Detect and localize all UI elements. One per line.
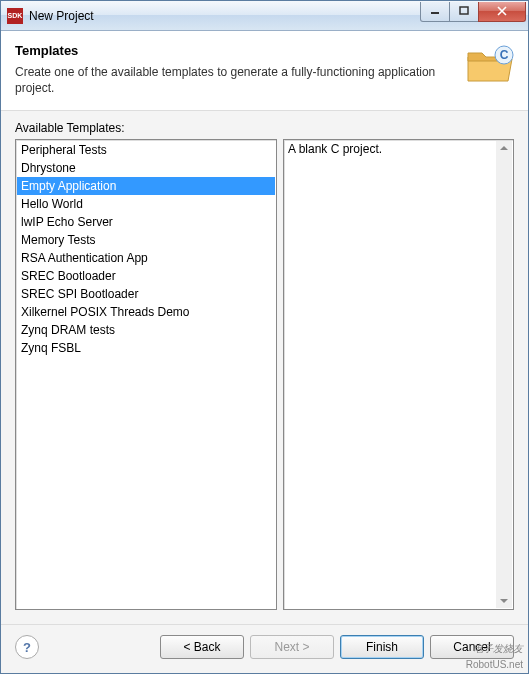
folder-c-icon: C [466,45,514,85]
list-item[interactable]: Zynq FSBL [17,339,275,357]
new-project-dialog: SDK New Project Templates Create one of … [0,0,529,674]
window-controls [421,2,528,22]
minimize-button[interactable] [420,2,450,22]
window-title: New Project [29,9,421,23]
cancel-button[interactable]: Cancel [430,635,514,659]
help-icon: ? [23,640,31,655]
list-item[interactable]: SREC SPI Bootloader [17,285,275,303]
template-listbox[interactable]: Peripheral TestsDhrystoneEmpty Applicati… [15,139,277,610]
maximize-icon [459,6,469,16]
list-item[interactable]: Hello World [17,195,275,213]
close-button[interactable] [478,2,526,22]
list-item[interactable]: RSA Authentication App [17,249,275,267]
finish-button[interactable]: Finish [340,635,424,659]
list-item[interactable]: Empty Application [17,177,275,195]
panes: Peripheral TestsDhrystoneEmpty Applicati… [15,139,514,610]
list-item[interactable]: lwIP Echo Server [17,213,275,231]
wizard-header: Templates Create one of the available te… [1,31,528,111]
list-item[interactable]: Peripheral Tests [17,141,275,159]
list-item[interactable]: Xilkernel POSIX Threads Demo [17,303,275,321]
help-button[interactable]: ? [15,635,39,659]
svg-text:C: C [500,48,509,62]
titlebar: SDK New Project [1,1,528,31]
maximize-button[interactable] [449,2,479,22]
minimize-icon [430,6,440,16]
back-button[interactable]: < Back [160,635,244,659]
next-button: Next > [250,635,334,659]
list-item[interactable]: Zynq DRAM tests [17,321,275,339]
list-item[interactable]: SREC Bootloader [17,267,275,285]
sdk-app-icon: SDK [7,8,23,24]
available-templates-label: Available Templates: [15,121,514,135]
list-item[interactable]: Dhrystone [17,159,275,177]
template-description-box: A blank C project. [283,139,514,610]
content-area: Available Templates: Peripheral TestsDhr… [1,111,528,624]
svg-rect-0 [431,12,439,14]
header-description: Create one of the available templates to… [15,64,458,96]
close-icon [497,6,507,16]
scrollbar[interactable] [496,141,512,608]
template-description-text: A blank C project. [288,142,382,156]
header-title: Templates [15,43,458,58]
list-item[interactable]: Memory Tests [17,231,275,249]
wizard-footer: ? < Back Next > Finish Cancel [1,624,528,673]
svg-rect-1 [460,7,468,14]
